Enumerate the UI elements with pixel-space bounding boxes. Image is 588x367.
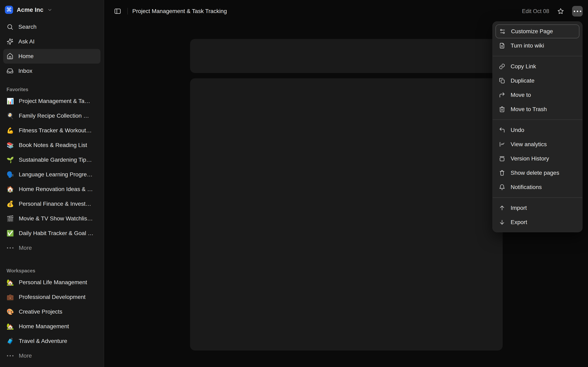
workspace-switcher[interactable]: ⌘ Acme Inc bbox=[0, 0, 104, 20]
sidebar-item-favorite[interactable]: 📊 Project Management & Ta… bbox=[3, 94, 100, 108]
menu-item-import[interactable]: Import bbox=[495, 201, 579, 215]
page-title-label: Daily Habit Tracker & Goal … bbox=[19, 230, 94, 236]
document-icon bbox=[499, 42, 505, 49]
sidebar-item-workspace[interactable]: 🏡 Personal Life Management bbox=[3, 275, 100, 290]
workspace-logo: ⌘ bbox=[5, 6, 13, 14]
workspace-name: Acme Inc bbox=[17, 7, 43, 13]
page-title: Project Management & Task Tracking bbox=[132, 8, 227, 15]
topbar: Project Management & Task Tracking Edit … bbox=[104, 0, 588, 22]
menu-item-view-analytics[interactable]: View analytics bbox=[495, 137, 579, 151]
menu-item-customize-page[interactable]: Customize Page bbox=[495, 25, 579, 38]
page-title-label: Fitness Tracker & Workout… bbox=[19, 127, 92, 134]
ellipsis-icon bbox=[7, 355, 14, 356]
menu-item-label: Undo bbox=[511, 127, 524, 133]
chevron-down-icon bbox=[47, 7, 52, 12]
page-title-label: Language Learning Progre… bbox=[19, 171, 93, 178]
page-title-label: Project Management & Ta… bbox=[19, 98, 90, 104]
page-title-label: Personal Life Management bbox=[19, 279, 87, 286]
page-emoji: 🎬 bbox=[7, 216, 14, 222]
bell-icon bbox=[499, 184, 505, 191]
sidebar-item-workspace[interactable]: 🏡 Home Management bbox=[3, 319, 100, 334]
sidebar-item-favorite[interactable]: 🍳 Family Recipe Collection … bbox=[3, 108, 100, 123]
ellipsis-icon bbox=[574, 11, 581, 12]
inbox-icon bbox=[7, 67, 13, 75]
sidebar: ⌘ Acme Inc Search Ask AI Home Inbox Favo… bbox=[0, 0, 104, 367]
favorite-star-button[interactable] bbox=[555, 6, 566, 17]
sidebar-item-favorite[interactable]: 🗣️ Language Learning Progre… bbox=[3, 167, 100, 182]
page-emoji: 🏡 bbox=[7, 324, 14, 329]
menu-item-turn-into-wiki[interactable]: Turn into wiki bbox=[495, 39, 579, 53]
menu-item-label: Copy Link bbox=[511, 63, 536, 70]
page-title-label: Sustainable Gardening Tip… bbox=[19, 157, 92, 163]
sidebar-item-favorite[interactable]: 📚 Book Notes & Reading List bbox=[3, 138, 100, 152]
sidebar-item-home[interactable]: Home bbox=[3, 49, 100, 64]
menu-item-label: Show delete pages bbox=[511, 170, 559, 176]
sidebar-item-favorite[interactable]: 🎬 Movie & TV Show Watchlis… bbox=[3, 211, 100, 226]
sidebar-toggle-button[interactable] bbox=[112, 6, 123, 17]
menu-item-label: Version History bbox=[511, 155, 549, 162]
page-emoji: 💼 bbox=[7, 294, 14, 300]
sidebar-item-label: Home bbox=[18, 53, 34, 59]
menu-item-label: Notifications bbox=[511, 184, 542, 191]
menu-item-move-to-trash[interactable]: Move to Trash bbox=[495, 102, 579, 116]
menu-item-label: Customize Page bbox=[511, 28, 553, 35]
menu-divider bbox=[493, 56, 582, 56]
menu-item-version-history[interactable]: Version History bbox=[495, 152, 579, 166]
link-icon bbox=[499, 63, 505, 70]
search-icon bbox=[7, 24, 13, 30]
sidebar-item-search[interactable]: Search bbox=[3, 20, 100, 34]
page-title-label: Home Renovation Ideas & … bbox=[19, 186, 93, 192]
star-icon bbox=[557, 8, 564, 15]
corner-up-right-icon bbox=[499, 92, 505, 98]
sidebar-item-workspace[interactable]: 💼 Professional Development bbox=[3, 290, 100, 304]
sidebar-item-workspace[interactable]: 🧳 Travel & Adventure bbox=[3, 334, 100, 349]
menu-item-export[interactable]: Export bbox=[495, 215, 579, 229]
page-title-label: Book Notes & Reading List bbox=[19, 142, 87, 149]
menu-item-notifications[interactable]: Notifications bbox=[495, 180, 579, 194]
menu-item-label: Move to bbox=[511, 92, 531, 98]
menu-divider bbox=[493, 119, 582, 120]
menu-item-copy-link[interactable]: Copy Link bbox=[495, 59, 579, 73]
favorites-section-label: Favorites bbox=[0, 85, 104, 94]
page-content-block bbox=[190, 78, 503, 350]
menu-item-show-delete-pages[interactable]: Show delete pages bbox=[495, 166, 579, 180]
menu-item-label: Move to Trash bbox=[511, 106, 547, 113]
sidebar-item-favorite[interactable]: 🌱 Sustainable Gardening Tip… bbox=[3, 152, 100, 167]
page-emoji: 💰 bbox=[7, 201, 14, 207]
arrow-up-icon bbox=[499, 205, 505, 211]
analytics-chart-icon bbox=[499, 141, 505, 148]
last-edited-status: Edit Oct 08 bbox=[522, 8, 549, 15]
undo-icon bbox=[499, 127, 505, 133]
page-emoji: 🍳 bbox=[7, 113, 14, 119]
menu-item-label: View analytics bbox=[511, 141, 547, 148]
menu-item-duplicate[interactable]: Duplicate bbox=[495, 74, 579, 88]
sidebar-item-label: Search bbox=[18, 24, 36, 30]
menu-item-label: Turn into wiki bbox=[511, 42, 544, 49]
sidebar-item-favorite[interactable]: 💰 Personal Finance & Invest… bbox=[3, 197, 100, 211]
favorites-more-button[interactable]: More bbox=[3, 241, 100, 255]
sidebar-item-inbox[interactable]: Inbox bbox=[3, 64, 100, 78]
menu-item-label: Export bbox=[511, 219, 527, 225]
page-options-button[interactable] bbox=[572, 6, 583, 17]
page-options-menu: Customize Page Turn into wiki Copy Link … bbox=[493, 21, 582, 232]
more-label: More bbox=[19, 352, 32, 359]
sidebar-item-workspace[interactable]: 🎨 Creative Projects bbox=[3, 304, 100, 319]
topbar-divider bbox=[127, 8, 128, 15]
sidebar-item-ask-ai[interactable]: Ask AI bbox=[3, 34, 100, 49]
menu-item-label: Duplicate bbox=[511, 77, 535, 84]
workspaces-more-button[interactable]: More bbox=[3, 349, 100, 363]
menu-item-move-to[interactable]: Move to bbox=[495, 88, 579, 102]
copy-icon bbox=[499, 77, 505, 84]
sidebar-item-favorite[interactable]: 💪 Fitness Tracker & Workout… bbox=[3, 123, 100, 138]
page-emoji: 📊 bbox=[7, 98, 14, 104]
trash-simple-icon bbox=[499, 170, 505, 176]
sidebar-item-favorite[interactable]: 🏠 Home Renovation Ideas & … bbox=[3, 182, 100, 197]
menu-item-undo[interactable]: Undo bbox=[495, 123, 579, 137]
page-title-label: Personal Finance & Invest… bbox=[19, 201, 91, 207]
panel-left-icon bbox=[114, 8, 121, 15]
sidebar-item-label: Inbox bbox=[18, 68, 33, 74]
home-icon bbox=[7, 53, 13, 60]
page-emoji: 🏡 bbox=[7, 280, 14, 285]
sidebar-item-favorite[interactable]: ✅ Daily Habit Tracker & Goal … bbox=[3, 226, 100, 241]
page-emoji: 🏠 bbox=[7, 186, 14, 192]
